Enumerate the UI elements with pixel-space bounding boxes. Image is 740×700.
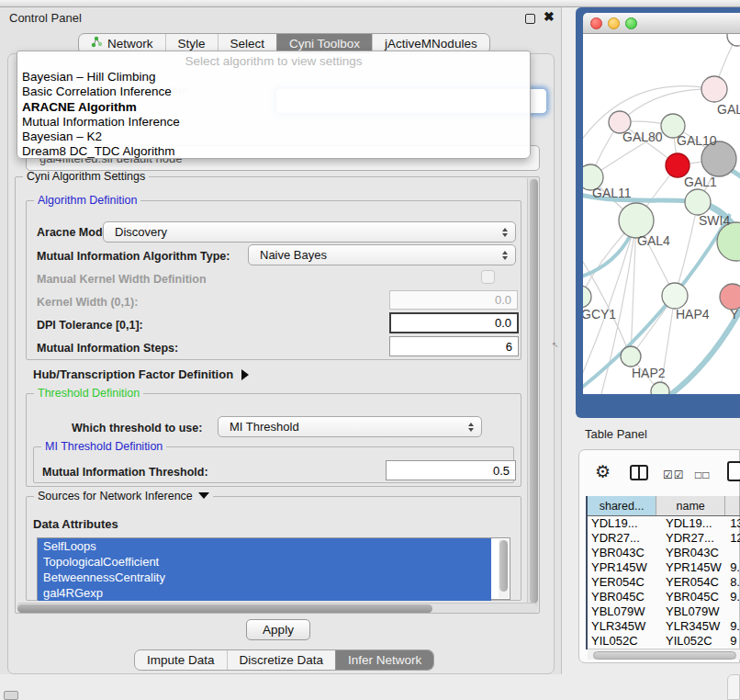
node-label: Y bbox=[730, 307, 739, 322]
manual-kernel-width-checkbox[interactable] bbox=[481, 270, 495, 284]
attributes-list-scrollbar[interactable] bbox=[499, 539, 509, 598]
dropdown-item-dream8[interactable]: Dream8 DC_TDC Algorithm bbox=[17, 144, 530, 159]
cyni-algorithm-settings-title: Cyni Algorithm Settings bbox=[23, 170, 149, 183]
node-unlabeled[interactable] bbox=[727, 34, 740, 46]
function-builder-icon[interactable] bbox=[727, 461, 740, 481]
tab-impute-data-label: Impute Data bbox=[147, 650, 215, 670]
network-graph: GAL GAL80 GAL10 GAL1 GAL11 SWI4 GAL4 GCY… bbox=[583, 34, 740, 394]
table-body[interactable]: YDL19...YDL19...13 YDR27...YDR27...12 YB… bbox=[588, 516, 740, 649]
network-canvas[interactable]: GAL GAL80 GAL10 GAL1 GAL11 SWI4 GAL4 GCY… bbox=[583, 34, 740, 394]
mi-algorithm-type-label: Mutual Information Algorithm Type: bbox=[37, 250, 230, 263]
combo-arrows-icon bbox=[502, 251, 508, 260]
float-panel-icon[interactable] bbox=[525, 14, 535, 24]
collapse-arrow-icon[interactable] bbox=[198, 492, 209, 499]
node-gcy1[interactable] bbox=[583, 286, 591, 308]
minimize-traffic-light-icon[interactable] bbox=[608, 17, 620, 29]
splitter-arrow-icon[interactable]: ↖ bbox=[552, 340, 559, 349]
mi-threshold-definition-title: MI Threshold Definition bbox=[41, 440, 166, 453]
select-all-columns-icon[interactable]: ☑☑ bbox=[663, 469, 685, 481]
settings-vertical-scrollbar-thumb[interactable] bbox=[530, 179, 538, 604]
table-row[interactable]: YDL19...YDL19...13 bbox=[588, 516, 740, 531]
cell-col3 bbox=[725, 604, 740, 619]
network-window-titlebar[interactable] bbox=[583, 13, 740, 34]
table-row[interactable]: YBR043CYBR043C bbox=[588, 546, 740, 560]
aracne-mode-label: Aracne Mode: bbox=[37, 226, 113, 239]
settings-vertical-scrollbar[interactable] bbox=[527, 178, 538, 606]
dpi-tolerance-label: DPI Tolerance [0,1]: bbox=[37, 319, 143, 332]
dpi-tolerance-field[interactable]: 0.0 bbox=[389, 312, 519, 333]
mi-steps-field[interactable]: 6 bbox=[389, 336, 519, 356]
table-horizontal-scrollbar-thumb[interactable] bbox=[593, 651, 736, 660]
dropdown-item-basic-correlation[interactable]: Basic Correlation Inference bbox=[17, 85, 530, 99]
which-threshold-combobox[interactable]: MI Threshold bbox=[218, 416, 482, 437]
settings-gear-icon[interactable]: ⚙ bbox=[595, 463, 611, 480]
table-row[interactable]: YBL079WYBL079W bbox=[588, 604, 740, 619]
mi-threshold-value: 0.5 bbox=[493, 464, 510, 478]
table-row[interactable]: YER054CYER054C8. bbox=[588, 575, 740, 590]
node-hap4[interactable] bbox=[662, 283, 688, 309]
node-label: GAL11 bbox=[592, 186, 632, 200]
cell-name: YIL052C bbox=[656, 634, 725, 649]
mi-algorithm-type-combobox[interactable]: Naive Bayes bbox=[248, 244, 516, 265]
aracne-mode-combobox[interactable]: Discovery bbox=[103, 221, 516, 243]
show-columns-icon[interactable] bbox=[630, 465, 648, 480]
node-swi4[interactable] bbox=[685, 189, 711, 215]
cell-shared: YBL079W bbox=[588, 604, 656, 619]
data-attributes-list[interactable]: SelfLoops TopologicalCoefficient Between… bbox=[37, 537, 510, 600]
node-label: HAP4 bbox=[676, 307, 710, 322]
collapsed-panel-icon[interactable] bbox=[4, 691, 18, 700]
dropdown-item-aracne[interactable]: ARACNE Algorithm bbox=[17, 100, 530, 115]
cell-col3: 8. bbox=[725, 575, 740, 590]
table-row[interactable]: YPR145WYPR145W9. bbox=[588, 560, 740, 575]
table-row[interactable]: YDR27...YDR27...12 bbox=[588, 531, 740, 546]
list-item-betweennesscentrality[interactable]: BetweennessCentrality bbox=[38, 570, 491, 585]
node-hap2[interactable] bbox=[621, 346, 641, 367]
kernel-width-field[interactable]: 0.0 bbox=[389, 290, 518, 310]
node-label: HAP2 bbox=[632, 366, 666, 380]
expand-arrow-icon[interactable] bbox=[241, 369, 249, 380]
table-horizontal-scrollbar[interactable] bbox=[588, 649, 740, 660]
bottom-tabs: Impute Data Discretize Data Infer Networ… bbox=[134, 649, 434, 671]
bottom-right-panel-corner bbox=[727, 674, 740, 700]
sources-title[interactable]: Sources for Network Inference bbox=[34, 490, 213, 502]
table-row[interactable]: YLR345WYLR345W9. bbox=[588, 619, 740, 634]
hub-definition-toggle[interactable]: Hub/Transcription Factor Definition bbox=[33, 367, 249, 381]
settings-horizontal-scrollbar-thumb[interactable] bbox=[17, 604, 432, 613]
close-traffic-light-icon[interactable] bbox=[590, 17, 602, 29]
tab-infer-network[interactable]: Infer Network bbox=[335, 650, 433, 670]
dropdown-item-mutual-information[interactable]: Mutual Information Inference bbox=[17, 115, 530, 130]
table-row[interactable]: YIL052CYIL052C9 bbox=[588, 634, 740, 649]
settings-horizontal-scrollbar[interactable] bbox=[17, 603, 538, 613]
dropdown-item-bayesian-k2[interactable]: Bayesian – K2 bbox=[17, 130, 530, 144]
cell-shared: YLR345W bbox=[588, 619, 656, 634]
data-attributes-label: Data Attributes bbox=[33, 517, 118, 531]
column-header-shared[interactable]: shared... bbox=[588, 496, 656, 515]
table-row[interactable]: YBR045CYBR045C9. bbox=[588, 590, 740, 604]
list-item-selfloops[interactable]: SelfLoops bbox=[38, 538, 491, 554]
close-panel-icon[interactable]: ✖ bbox=[544, 9, 555, 24]
column-header-partial[interactable] bbox=[725, 496, 740, 515]
tab-discretize-data[interactable]: Discretize Data bbox=[227, 650, 336, 670]
list-item-topologicalcoefficient[interactable]: TopologicalCoefficient bbox=[38, 554, 491, 570]
dropdown-item-bayesian-hill-climbing[interactable]: Bayesian – Hill Climbing bbox=[17, 70, 530, 85]
aracne-mode-value: Discovery bbox=[115, 225, 167, 239]
algorithm-definition-title: Algorithm Definition bbox=[34, 194, 140, 207]
list-item-gal4rgexp[interactable]: gal4RGexp bbox=[38, 585, 491, 601]
deselect-all-columns-icon[interactable]: □□ bbox=[695, 469, 711, 481]
cell-col3: 9. bbox=[725, 560, 740, 575]
node-salmon[interactable] bbox=[720, 284, 740, 310]
node-gal[interactable] bbox=[701, 76, 727, 102]
zoom-traffic-light-icon[interactable] bbox=[625, 17, 637, 29]
mi-steps-label: Mutual Information Steps: bbox=[37, 342, 178, 355]
algorithm-dropdown-popup: Select algorithm to view settings Bayesi… bbox=[17, 51, 531, 159]
mi-threshold-field[interactable]: 0.5 bbox=[386, 460, 516, 480]
apply-button[interactable]: Apply bbox=[246, 619, 310, 640]
kernel-width-value: 0.0 bbox=[495, 293, 511, 307]
manual-kernel-width-label: Manual Kernel Width Definition bbox=[37, 273, 207, 286]
cell-shared: YBR045C bbox=[588, 590, 656, 604]
column-header-name[interactable]: name bbox=[656, 496, 725, 515]
tab-impute-data[interactable]: Impute Data bbox=[135, 650, 227, 670]
attributes-list-scrollbar-thumb[interactable] bbox=[499, 540, 508, 592]
tab-discretize-data-label: Discretize Data bbox=[240, 650, 324, 670]
table-panel-title: Table Panel bbox=[585, 427, 647, 441]
